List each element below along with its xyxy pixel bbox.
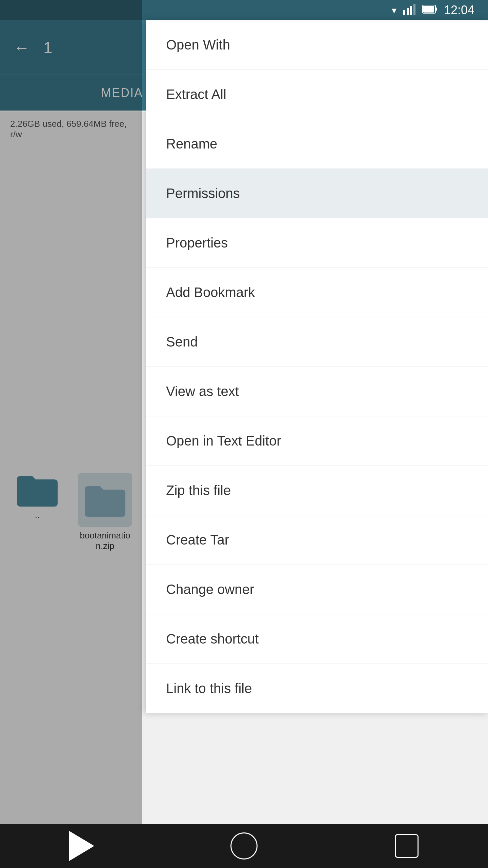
signal-icon — [403, 3, 415, 18]
menu-item-rename[interactable]: Rename — [146, 119, 488, 169]
menu-item-extract-all[interactable]: Extract All — [146, 70, 488, 119]
nav-back-button[interactable] — [64, 829, 98, 863]
menu-item-properties[interactable]: Properties — [146, 218, 488, 268]
svg-rect-3 — [413, 4, 415, 15]
nav-home-button[interactable] — [227, 829, 261, 863]
overlay — [0, 0, 142, 868]
menu-item-permissions[interactable]: Permissions — [146, 169, 488, 218]
menu-item-create-tar[interactable]: Create Tar — [146, 515, 488, 565]
svg-rect-2 — [410, 6, 412, 15]
home-circle-icon — [230, 832, 258, 860]
wifi-icon: ▾ — [392, 5, 396, 16]
status-time: 12:04 — [444, 3, 474, 17]
svg-rect-1 — [407, 8, 409, 15]
svg-rect-0 — [403, 10, 405, 15]
status-icons: ▾ 12:04 — [392, 3, 474, 18]
menu-item-link-to-this-file[interactable]: Link to this file — [146, 664, 488, 713]
battery-icon — [422, 5, 437, 16]
menu-item-view-as-text[interactable]: View as text — [146, 367, 488, 416]
svg-rect-5 — [423, 6, 434, 13]
menu-item-add-bookmark[interactable]: Add Bookmark — [146, 268, 488, 317]
context-menu: Open With Extract All Rename Permissions… — [146, 20, 488, 713]
menu-item-zip-this-file[interactable]: Zip this file — [146, 466, 488, 515]
menu-item-change-owner[interactable]: Change owner — [146, 565, 488, 614]
menu-item-open-with[interactable]: Open With — [146, 20, 488, 70]
nav-recent-button[interactable] — [390, 829, 424, 863]
menu-item-open-in-text-editor[interactable]: Open in Text Editor — [146, 416, 488, 466]
svg-rect-6 — [435, 7, 437, 11]
recent-square-icon — [395, 834, 419, 858]
bottom-nav — [0, 824, 488, 868]
menu-item-create-shortcut[interactable]: Create shortcut — [146, 614, 488, 664]
back-triangle-icon — [69, 831, 94, 861]
menu-item-send[interactable]: Send — [146, 317, 488, 367]
